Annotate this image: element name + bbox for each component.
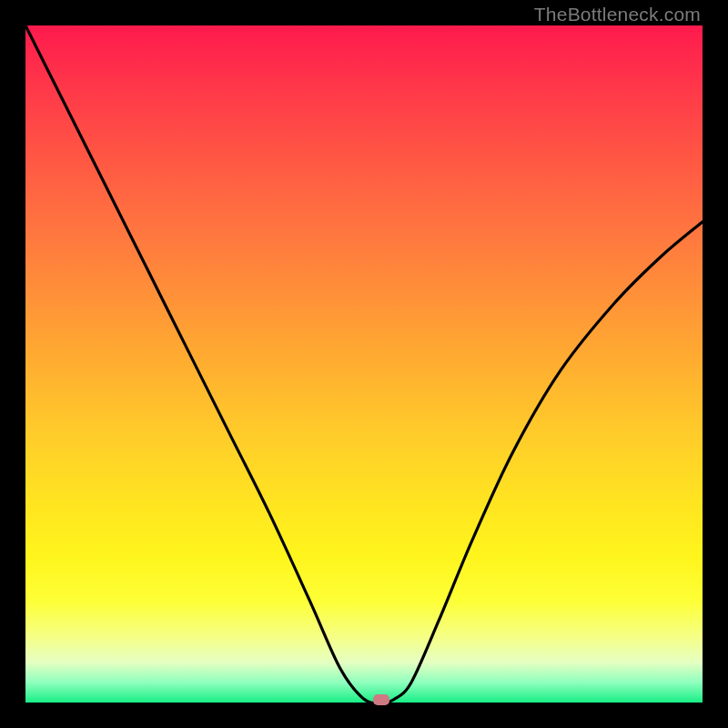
watermark-text: TheBottleneck.com	[534, 4, 701, 25]
bottleneck-curve	[25, 25, 703, 703]
plot-area	[25, 25, 703, 703]
minimum-marker	[373, 694, 389, 705]
chart-frame: TheBottleneck.com	[0, 0, 728, 728]
curve-layer	[25, 25, 703, 703]
